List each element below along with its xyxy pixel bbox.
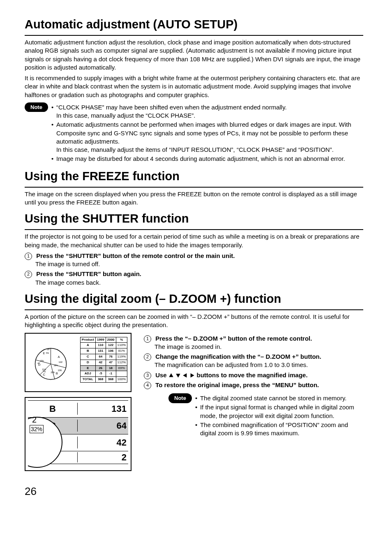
step-number-icon: 3 bbox=[144, 372, 151, 379]
note-item: “CLOCK PHASE” may have been shifted even… bbox=[56, 104, 287, 111]
note-body: “CLOCK PHASE” may have been shifted even… bbox=[51, 102, 363, 164]
body-text: A portion of the picture on the screen c… bbox=[25, 313, 363, 330]
step-body: The image is zoomed in. bbox=[144, 343, 363, 351]
svg-marker-22 bbox=[176, 374, 180, 378]
step-heading: Press the “– D.ZOOM +” button of the rem… bbox=[155, 335, 312, 342]
section-title-dzoom: Using the digital zoom (– D.ZOOM +) func… bbox=[25, 291, 363, 310]
svg-marker-21 bbox=[169, 373, 173, 377]
data-table: Product19992000% A110122110% B13110681% … bbox=[80, 337, 127, 383]
section-title-shutter: Using the SHUTTER function bbox=[25, 211, 363, 230]
arrow-down-icon bbox=[175, 373, 181, 378]
step-number-icon: 4 bbox=[144, 382, 151, 389]
svg-text:C: C bbox=[43, 373, 46, 376]
step-number-icon: 2 bbox=[144, 353, 151, 361]
step-heading: Press the “SHUTTER” button again. bbox=[36, 270, 141, 277]
pie-chart-icon: A 122 B C D E 33% 29% 21% 13% 5% 18 106 … bbox=[31, 344, 70, 383]
body-text: If the projector is not going to be used… bbox=[25, 232, 363, 249]
page-number: 26 bbox=[25, 484, 363, 499]
svg-text:47: 47 bbox=[37, 362, 40, 364]
svg-text:13%: 13% bbox=[40, 360, 44, 362]
figure-before-zoom: A 122 B C D E 33% 29% 21% 13% 5% 18 106 … bbox=[25, 333, 131, 392]
body-text: Automatic adjustment function adjust the… bbox=[25, 38, 363, 72]
step-body: The magnification can be adjusted from 1… bbox=[144, 361, 363, 369]
note-item: The combined magnification of “POSITION”… bbox=[195, 421, 363, 438]
arrow-up-icon bbox=[168, 373, 174, 378]
body-text: The image on the screen displayed when y… bbox=[25, 190, 363, 207]
step-body: The image comes back. bbox=[25, 279, 363, 287]
svg-text:106: 106 bbox=[58, 369, 62, 371]
note-label: Note bbox=[25, 102, 48, 112]
step-heading: To restore the original image, press the… bbox=[155, 381, 319, 388]
svg-marker-24 bbox=[191, 373, 194, 377]
section-title-auto-setup: Automatic adjustment (AUTO SETUP) bbox=[25, 16, 363, 36]
step-number-icon: 1 bbox=[25, 253, 32, 260]
svg-text:76: 76 bbox=[43, 370, 46, 373]
step-body: The image is turned off. bbox=[25, 260, 363, 268]
figure-after-zoom: B131 C64 D42 E2 2 32% bbox=[25, 397, 131, 471]
note-body: The digital zoomed state cannot be store… bbox=[195, 393, 363, 438]
step-number-icon: 1 bbox=[144, 335, 151, 343]
step-heading: Press the “SHUTTER” button of the remote… bbox=[36, 252, 235, 259]
note-item: If the input signal format is changed wh… bbox=[195, 403, 363, 420]
step-number-icon: 2 bbox=[25, 271, 32, 278]
note-label: Note bbox=[168, 393, 192, 403]
svg-text:E: E bbox=[43, 351, 45, 355]
svg-text:122: 122 bbox=[59, 360, 63, 363]
svg-text:33%: 33% bbox=[54, 365, 58, 367]
note-item: The digital zoomed state cannot be store… bbox=[195, 394, 363, 402]
svg-text:18: 18 bbox=[47, 348, 49, 351]
note-item: In this case, manually adjust the items … bbox=[56, 146, 334, 153]
note-item: In this case, manually adjust the “CLOCK… bbox=[56, 112, 195, 119]
step-heading: Change the magnification with the “– D.Z… bbox=[155, 353, 321, 360]
svg-text:5%: 5% bbox=[46, 352, 49, 354]
svg-marker-23 bbox=[183, 373, 187, 377]
section-title-freeze: Using the FREEZE function bbox=[25, 168, 363, 188]
arrow-right-icon bbox=[189, 373, 195, 378]
svg-text:29%: 29% bbox=[51, 372, 55, 374]
note-item: Automatic adjustments cannot be performe… bbox=[56, 121, 351, 145]
note-item: Image may be disturbed for about 4 secon… bbox=[51, 155, 363, 163]
body-text: It is recommended to supply images with … bbox=[25, 74, 363, 99]
arrow-left-icon bbox=[182, 373, 188, 378]
step-heading: Use buttons to move the magnified image. bbox=[155, 372, 307, 379]
svg-text:B: B bbox=[56, 372, 58, 375]
